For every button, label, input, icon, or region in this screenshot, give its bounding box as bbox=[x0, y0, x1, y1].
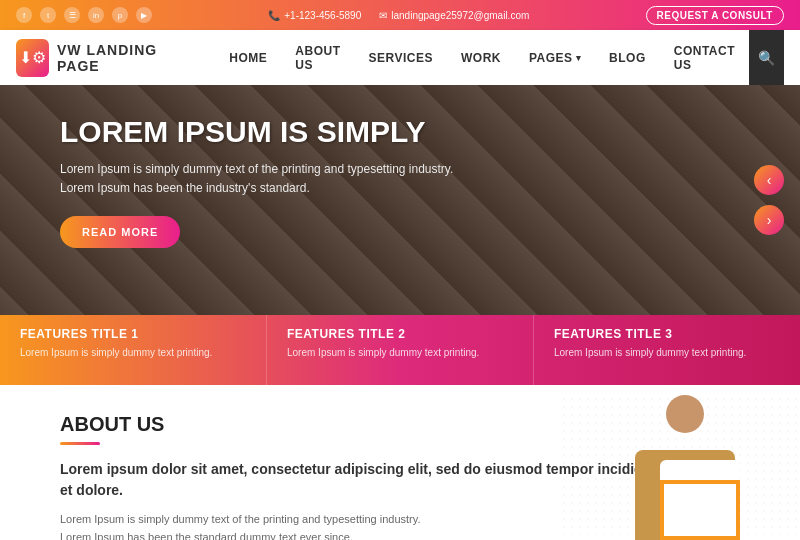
logo-text: VW LANDING PAGE bbox=[57, 42, 185, 74]
slider-next-button[interactable]: › bbox=[754, 205, 784, 235]
phone-icon: 📞 bbox=[268, 10, 280, 21]
feature-item-2: FEATURES TITLE 2 Lorem Ipsum is simply d… bbox=[267, 315, 534, 385]
phone-info: 📞 +1-123-456-5890 bbox=[268, 10, 361, 21]
about-image bbox=[570, 385, 800, 540]
feature-1-title: FEATURES TITLE 1 bbox=[20, 327, 246, 341]
about-section: ABOUT US Lorem ipsum dolor sit amet, con… bbox=[0, 385, 800, 540]
about-body-text: Lorem Ipsum is simply dummy text of the … bbox=[60, 511, 440, 540]
feature-2-desc: Lorem Ipsum is simply dummy text printin… bbox=[287, 346, 513, 360]
feature-item-3: FEATURES TITLE 3 Lorem Ipsum is simply d… bbox=[534, 315, 800, 385]
social-icons: f t ☰ in p ▶ bbox=[16, 7, 152, 23]
nav-work[interactable]: WORK bbox=[447, 30, 515, 85]
hero-subtitle: Lorem Ipsum is simply dummy text of the … bbox=[60, 160, 453, 198]
search-icon: 🔍 bbox=[758, 50, 775, 66]
linkedin-icon[interactable]: in bbox=[88, 7, 104, 23]
feature-3-desc: Lorem Ipsum is simply dummy text printin… bbox=[554, 346, 780, 360]
features-bar: FEATURES TITLE 1 Lorem Ipsum is simply d… bbox=[0, 315, 800, 385]
person-head bbox=[666, 395, 704, 433]
pinterest-icon[interactable]: p bbox=[112, 7, 128, 23]
feature-3-title: FEATURES TITLE 3 bbox=[554, 327, 780, 341]
social-links: f t ☰ in p ▶ bbox=[16, 7, 152, 23]
feature-item-1: FEATURES TITLE 1 Lorem Ipsum is simply d… bbox=[0, 315, 267, 385]
email-info: ✉ landingpage25972@gmail.com bbox=[379, 10, 529, 21]
request-consult-button[interactable]: REQUEST A CONSULT bbox=[646, 6, 784, 25]
nav-pages[interactable]: PAGES ▾ bbox=[515, 30, 595, 85]
logo-icon: ⬇⚙ bbox=[16, 39, 49, 77]
orange-square-decoration bbox=[660, 480, 740, 540]
hero-content: LOREM IPSUM IS SIMPLY Lorem Ipsum is sim… bbox=[60, 115, 453, 248]
nav-contact[interactable]: CONTACT US bbox=[660, 30, 749, 85]
nav-links: HOME ABOUT US SERVICES WORK PAGES ▾ BLOG… bbox=[215, 30, 749, 85]
contact-info: 📞 +1-123-456-5890 ✉ landingpage25972@gma… bbox=[268, 10, 529, 21]
nav-home[interactable]: HOME bbox=[215, 30, 281, 85]
email-icon: ✉ bbox=[379, 10, 387, 21]
prev-arrow-icon: ‹ bbox=[767, 172, 772, 188]
nav-about[interactable]: ABOUT US bbox=[281, 30, 354, 85]
phone-number: +1-123-456-5890 bbox=[284, 10, 361, 21]
email-address: landingpage25972@gmail.com bbox=[391, 10, 529, 21]
facebook-icon[interactable]: f bbox=[16, 7, 32, 23]
nav-services[interactable]: SERVICES bbox=[355, 30, 447, 85]
hero-section: LOREM IPSUM IS SIMPLY Lorem Ipsum is sim… bbox=[0, 85, 800, 315]
next-arrow-icon: › bbox=[767, 212, 772, 228]
consult-area: REQUEST A CONSULT bbox=[646, 6, 784, 25]
logo[interactable]: ⬇⚙ VW LANDING PAGE bbox=[16, 39, 185, 77]
feature-2-title: FEATURES TITLE 2 bbox=[287, 327, 513, 341]
twitter-icon[interactable]: t bbox=[40, 7, 56, 23]
feature-1-desc: Lorem Ipsum is simply dummy text printin… bbox=[20, 346, 246, 360]
instagram-icon[interactable]: ☰ bbox=[64, 7, 80, 23]
nav-blog[interactable]: BLOG bbox=[595, 30, 660, 85]
about-title-underline bbox=[60, 442, 100, 445]
search-button[interactable]: 🔍 bbox=[749, 30, 784, 85]
hero-cta-button[interactable]: READ MORE bbox=[60, 216, 180, 248]
navbar: ⬇⚙ VW LANDING PAGE HOME ABOUT US SERVICE… bbox=[0, 30, 800, 85]
hero-title: LOREM IPSUM IS SIMPLY bbox=[60, 115, 453, 148]
youtube-icon[interactable]: ▶ bbox=[136, 7, 152, 23]
pages-chevron: ▾ bbox=[576, 53, 582, 63]
slider-prev-button[interactable]: ‹ bbox=[754, 165, 784, 195]
top-bar: f t ☰ in p ▶ 📞 +1-123-456-5890 ✉ landing… bbox=[0, 0, 800, 30]
